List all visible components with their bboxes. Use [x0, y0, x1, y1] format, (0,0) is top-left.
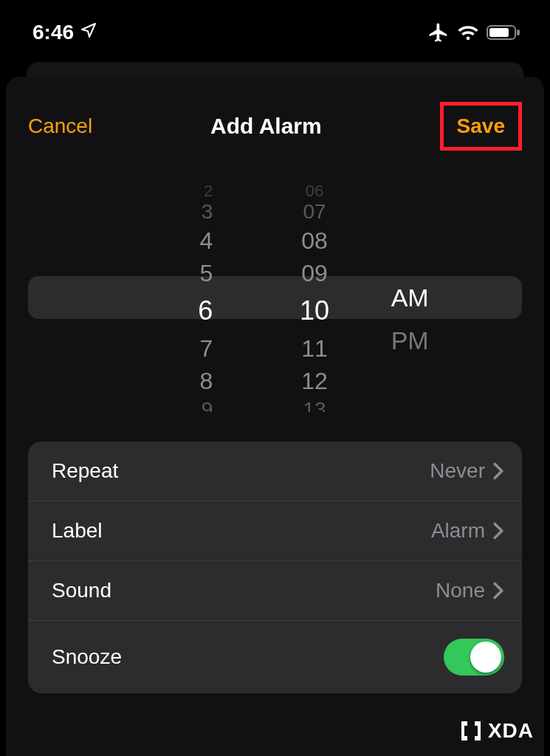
ampm-option-selected[interactable]: AM [391, 276, 429, 319]
hour-option[interactable]: 3 [202, 199, 213, 224]
snooze-toggle[interactable] [444, 639, 504, 676]
chevron-right-icon [492, 582, 504, 599]
svg-rect-2 [517, 30, 520, 35]
label-label: Label [52, 519, 103, 543]
wifi-icon [457, 24, 479, 41]
sheet-header: Cancel Add Alarm Save [6, 89, 544, 164]
status-bar: 6:46 [0, 0, 550, 52]
repeat-label: Repeat [52, 459, 118, 483]
cancel-button[interactable]: Cancel [28, 114, 92, 138]
minute-option[interactable]: 12 [301, 365, 328, 397]
status-right [427, 21, 520, 44]
minute-option[interactable]: 06 [306, 183, 323, 199]
hour-option[interactable]: 5 [200, 257, 213, 289]
minute-option[interactable]: 08 [301, 224, 328, 257]
status-left: 6:46 [32, 21, 97, 44]
time-picker[interactable]: 2 3 4 5 6 7 8 9 06 07 08 09 10 11 12 13 [28, 183, 522, 412]
hour-picker-column[interactable]: 2 3 4 5 6 7 8 9 [28, 183, 245, 412]
xda-watermark: XDA [458, 719, 534, 743]
xda-logo-icon [458, 720, 484, 742]
ampm-picker-column[interactable]: AM PM [384, 183, 522, 412]
save-button[interactable]: Save [457, 114, 505, 137]
minute-option[interactable]: 07 [303, 199, 326, 224]
svg-rect-1 [489, 28, 509, 37]
repeat-row[interactable]: Repeat Never [28, 441, 522, 501]
hour-option[interactable]: 8 [200, 365, 213, 397]
hour-option[interactable]: 7 [200, 332, 213, 365]
repeat-value: Never [430, 459, 485, 483]
hour-option[interactable]: 4 [200, 224, 213, 257]
sound-value: None [436, 579, 485, 602]
ampm-option[interactable]: PM [391, 319, 429, 362]
sheet-title: Add Alarm [210, 114, 322, 139]
minute-picker-column[interactable]: 06 07 08 09 10 11 12 13 [245, 183, 383, 412]
chevron-right-icon [492, 522, 504, 540]
alarm-settings-list: Repeat Never Label Alarm Sound None [28, 441, 522, 693]
label-row[interactable]: Label Alarm [28, 501, 522, 561]
snooze-row: Snooze [28, 621, 522, 693]
toggle-knob [470, 642, 501, 673]
sound-row[interactable]: Sound None [28, 561, 522, 621]
minute-option-selected[interactable]: 10 [300, 289, 329, 332]
minute-option[interactable]: 13 [303, 397, 326, 412]
save-button-highlight: Save [440, 102, 522, 151]
status-time: 6:46 [32, 21, 74, 44]
hour-option-selected[interactable]: 6 [198, 289, 213, 332]
minute-option[interactable]: 11 [301, 332, 328, 365]
airplane-icon [427, 21, 450, 44]
location-icon [80, 21, 97, 44]
hour-option[interactable]: 2 [204, 183, 213, 199]
add-alarm-sheet: Cancel Add Alarm Save 2 3 4 5 6 7 8 9 06… [6, 77, 544, 756]
snooze-label: Snooze [52, 645, 122, 669]
label-value: Alarm [431, 519, 485, 543]
minute-option[interactable]: 09 [301, 257, 328, 289]
sound-label: Sound [52, 579, 111, 602]
battery-icon [487, 24, 520, 41]
chevron-right-icon [492, 462, 504, 480]
xda-watermark-text: XDA [488, 719, 534, 743]
hour-option[interactable]: 9 [202, 397, 213, 412]
